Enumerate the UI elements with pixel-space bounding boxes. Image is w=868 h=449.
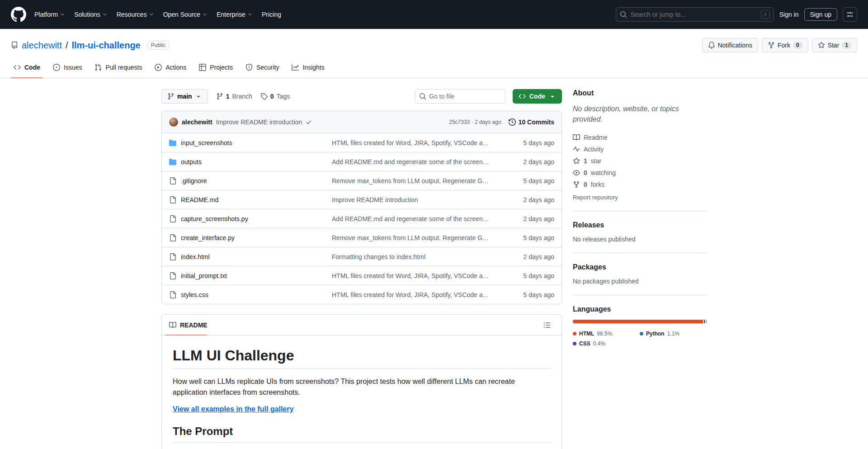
chevron-down-icon xyxy=(149,12,154,17)
file-name-link[interactable]: styles.css xyxy=(181,291,208,298)
file-age: 5 days ago xyxy=(500,177,554,184)
file-name-link[interactable]: index.html xyxy=(181,253,210,260)
report-repository-link[interactable]: Report repository xyxy=(573,194,707,201)
file-commit-message-link[interactable]: Add README.md and regenerate some of the… xyxy=(332,158,500,165)
sign-in-link[interactable]: Sign in xyxy=(779,11,799,18)
book-icon xyxy=(169,321,176,329)
chevron-down-icon xyxy=(60,12,65,17)
language-bar-segment[interactable] xyxy=(704,320,705,323)
branches-link[interactable]: 1 Branch xyxy=(216,93,252,100)
nav-item[interactable]: Solutions xyxy=(74,11,108,18)
branch-selector[interactable]: main xyxy=(161,89,208,104)
repo-title: alechewitt / llm-ui-challenge Public xyxy=(11,40,170,51)
go-to-file-box[interactable] xyxy=(415,89,505,104)
file-name-link[interactable]: input_screenshots xyxy=(181,139,232,147)
packages-title[interactable]: Packages xyxy=(573,263,707,271)
file-name-link[interactable]: outputs xyxy=(181,158,202,165)
git-branch-icon xyxy=(167,93,175,100)
forks-link[interactable]: 0 forks xyxy=(573,179,707,190)
file-icon xyxy=(169,253,176,260)
header-right: / Sign in Sign up xyxy=(616,7,857,22)
code-icon xyxy=(519,93,526,100)
file-name-link[interactable]: initial_prompt.txt xyxy=(181,272,227,279)
language-bar-segment[interactable] xyxy=(573,320,703,323)
about-section: About No description, website, or topics… xyxy=(573,89,707,211)
triangle-down-icon xyxy=(195,93,202,100)
file-commit-message-link[interactable]: Improve README introduction xyxy=(332,196,500,203)
eye-icon xyxy=(573,169,580,176)
tab-projects[interactable]: Projects xyxy=(193,57,239,78)
nav-item[interactable]: Enterprise xyxy=(217,11,253,18)
tab-issues[interactable]: Issues xyxy=(47,57,88,78)
appearance-settings-button[interactable] xyxy=(843,7,857,22)
chevron-down-icon xyxy=(202,12,208,17)
notifications-button[interactable]: Notifications xyxy=(702,38,758,52)
github-logo-icon[interactable] xyxy=(11,7,26,22)
stars-link[interactable]: 1 star xyxy=(573,155,707,167)
tab-actions[interactable]: Actions xyxy=(148,57,193,78)
file-name-link[interactable]: .gitignore xyxy=(181,177,207,184)
star-icon xyxy=(573,157,580,165)
file-age: 2 days ago xyxy=(500,215,554,222)
code-download-button[interactable]: Code xyxy=(513,89,562,104)
commit-sha-link[interactable]: 25c7333 · 2 days ago xyxy=(449,119,501,125)
search-input[interactable] xyxy=(631,11,757,18)
readme-section-title: The Prompt xyxy=(173,425,551,443)
file-commit-message-link[interactable]: Add README.md and regenerate some of the… xyxy=(332,215,500,222)
file-commit-message-link[interactable]: HTML files created for Word, JIRA, Spoti… xyxy=(332,272,500,279)
file-commit-message-link[interactable]: Remove max_tokens from LLM output. Regen… xyxy=(332,234,500,241)
graph-icon xyxy=(292,64,299,71)
releases-empty-text: No releases published xyxy=(573,236,707,243)
readme-content: LLM UI Challenge How well can LLMs repli… xyxy=(162,336,561,449)
repo-icon xyxy=(11,42,18,49)
nav-item[interactable]: Resources xyxy=(117,11,154,18)
repo-owner-link[interactable]: alechewitt xyxy=(22,40,62,51)
file-commit-message-link[interactable]: HTML files created for Word, JIRA, Spoti… xyxy=(332,139,500,147)
outline-button[interactable] xyxy=(540,318,554,332)
language-bar-segment[interactable] xyxy=(706,320,707,323)
avatar[interactable] xyxy=(169,118,178,127)
check-icon[interactable] xyxy=(306,119,312,125)
tag-icon xyxy=(260,93,268,100)
gallery-link[interactable]: View all examples in the full gallery xyxy=(173,405,293,413)
language-legend-item[interactable]: HTML 98.5% xyxy=(573,329,640,339)
table-row: initial_prompt.txt HTML files created fo… xyxy=(162,266,561,285)
commit-author-link[interactable]: alechewitt xyxy=(182,118,212,126)
tab-code[interactable]: Code xyxy=(7,57,47,78)
tab-security[interactable]: Security xyxy=(239,57,286,78)
file-name-link[interactable]: capture_screenshots.py xyxy=(181,215,248,222)
global-search[interactable]: / xyxy=(616,7,774,22)
nav-item[interactable]: Platform xyxy=(34,11,65,18)
fork-button[interactable]: Fork 0 xyxy=(762,38,808,52)
file-commit-message-link[interactable]: HTML files created for Word, JIRA, Spoti… xyxy=(332,291,500,298)
watching-link[interactable]: 0 watching xyxy=(573,167,707,179)
language-legend-item[interactable]: Python 1.1% xyxy=(640,329,707,339)
star-button[interactable]: Star 1 xyxy=(812,38,857,52)
file-name-link[interactable]: README.md xyxy=(181,196,218,203)
releases-title[interactable]: Releases xyxy=(573,221,707,229)
sign-up-button[interactable]: Sign up xyxy=(804,8,837,21)
file-age: 2 days ago xyxy=(500,253,554,260)
readme-link[interactable]: Readme xyxy=(573,132,707,143)
file-name-link[interactable]: create_interface.py xyxy=(181,234,235,241)
chevron-down-icon xyxy=(247,12,253,17)
file-commit-message-link[interactable]: Remove max_tokens from LLM output. Regen… xyxy=(332,177,500,184)
repo-name-link[interactable]: llm-ui-challenge xyxy=(72,40,141,51)
search-icon xyxy=(620,11,627,18)
activity-link[interactable]: Activity xyxy=(573,143,707,155)
tab-insights[interactable]: Insights xyxy=(285,57,330,78)
tab-pull-requests[interactable]: Pull requests xyxy=(88,57,148,78)
sliders-icon xyxy=(846,11,854,18)
readme-panel: README LLM UI Challenge How well can LLM… xyxy=(161,314,562,449)
nav-item[interactable]: Open Source xyxy=(163,11,208,18)
commit-history-link[interactable]: 10 Commits xyxy=(509,118,554,126)
nav-item[interactable]: Pricing xyxy=(262,11,281,18)
file-commit-message-link[interactable]: Formatting changes to index.html xyxy=(332,253,500,260)
visibility-badge: Public xyxy=(147,41,170,50)
tags-link[interactable]: 0 Tags xyxy=(260,93,290,100)
language-bar xyxy=(573,320,707,323)
commit-message-link[interactable]: Improve README introduction xyxy=(216,118,302,126)
language-legend-item[interactable]: CSS 0.4% xyxy=(573,339,640,349)
readme-tab[interactable]: README xyxy=(169,321,208,329)
go-to-file-input[interactable] xyxy=(429,93,501,100)
